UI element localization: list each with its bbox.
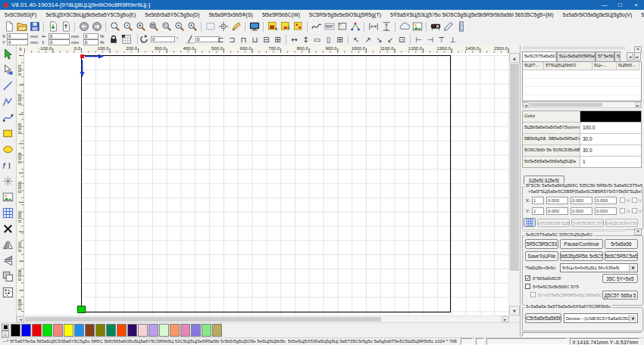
same-width-icon[interactable]: ▭ (311, 34, 323, 45)
x-count-input[interactable] (532, 197, 544, 204)
width-percent-input[interactable] (83, 33, 98, 39)
device-select[interactable]: Device---(USB:5C5Y5a5a5O5C▼ (564, 313, 638, 323)
redo-button[interactable] (90, 20, 103, 33)
palette-swatch[interactable] (95, 324, 105, 337)
align-center-v-icon[interactable]: ⊞ (272, 34, 283, 45)
new-file-button[interactable] (2, 20, 15, 33)
array-tool-button[interactable] (2, 207, 14, 219)
x-mirror-h-checkbox[interactable] (620, 197, 625, 203)
ruler-tool-button[interactable] (455, 20, 467, 33)
menu-edit[interactable]: 5e5Ц|5X5C5bЦg5b5e5a5Y5C5g5o(E) (41, 12, 140, 17)
undo-button[interactable] (77, 20, 90, 33)
align-edge-right-icon[interactable]: ⊣ (424, 34, 436, 45)
x-position-input[interactable] (7, 33, 28, 39)
rectangle-tool-button[interactable] (2, 127, 14, 140)
cut-scale-button[interactable]: Д5C5Т 565a 5 (602, 291, 638, 300)
lock-ratio-icon[interactable] (108, 34, 119, 45)
width-input[interactable] (48, 33, 70, 39)
node-check-button[interactable] (349, 20, 361, 33)
scroll-down-icon[interactable]: ▼ (509, 306, 520, 315)
height-percent-input[interactable] (83, 39, 98, 45)
tab-output[interactable]: 5Ц+5a5a5X5R5a5bl (557, 51, 596, 61)
layer-table-row[interactable] (523, 70, 641, 79)
menu-tool[interactable]: 5C5R5r5g5e5e5lO5Ц|5R5g(T) (305, 12, 386, 17)
property-value[interactable]: 30.0 (580, 145, 641, 156)
mirror-v-tool-button[interactable] (2, 238, 14, 251)
open-folder-button[interactable] (15, 20, 28, 33)
x-offset-input-3[interactable] (595, 197, 617, 204)
rotate-angle-input[interactable] (151, 36, 175, 42)
menu-file[interactable]: 5x5C5bl53(F) (0, 12, 41, 17)
array-mode-button[interactable] (524, 218, 536, 227)
space-equal-v-icon[interactable]: ↕ (300, 34, 311, 45)
tab-work[interactable]: 5e5C5T5a5a5C (522, 51, 557, 61)
height-input[interactable] (48, 39, 70, 45)
panel-grip[interactable] (523, 47, 625, 48)
output-selected-checkbox[interactable] (525, 284, 530, 289)
align-corner-tr-icon[interactable]: ↗ (362, 34, 374, 45)
laser-pen-button[interactable] (442, 20, 455, 33)
tab-scroll-right-icon[interactable]: ► (634, 52, 641, 61)
property-value[interactable]: 1 (580, 157, 641, 167)
position-select[interactable]: 5r5Ц+5e5н5Ц5Ц 56+535a5|▼ (560, 263, 638, 272)
layer-table-row[interactable] (523, 87, 641, 95)
palette-swatch[interactable] (42, 324, 52, 337)
laser-head-marker[interactable] (77, 306, 86, 313)
select-tool-button[interactable] (2, 48, 14, 61)
y-offset-input-3[interactable] (595, 207, 617, 215)
align-center-icon[interactable]: ⊡ (396, 34, 408, 45)
layer-table-scrollbar[interactable]: ◄ ► (522, 101, 642, 108)
text-tool-button[interactable]: fI (2, 159, 14, 172)
node-edit-tool-button[interactable] (2, 64, 14, 76)
save-to-ufile-button[interactable]: SaveToUFile (525, 251, 558, 261)
table-scroll-right-icon[interactable]: ► (635, 102, 641, 107)
palette-swatch[interactable] (202, 324, 211, 337)
scroll-left-icon[interactable]: ◄ (17, 316, 24, 322)
download-button[interactable]: 5b5C5R5C5a5 (605, 251, 638, 261)
polyline-tool-button[interactable] (2, 95, 14, 108)
laser-panel-grip[interactable] (523, 229, 625, 230)
transform-mini-button-1[interactable]: 5r35C5r5C5r5 5Ц5B (537, 219, 570, 227)
menu-model[interactable]: 5®5a5X5Ц|53Ц|5?5o 5lO5C5g5Ц|5e5b5R5r5b5a… (386, 12, 558, 17)
palette-swatch[interactable] (11, 324, 20, 337)
layer-table-row[interactable] (523, 79, 641, 87)
title-bar[interactable]: V8.01.40-190314-[9?8Ц|8ЦЦ|9н9lO9c8R9R9rr… (0, 0, 644, 10)
tab-user[interactable]: 5± (614, 51, 621, 61)
zoom-out-button[interactable] (121, 20, 134, 33)
marquee-select-button[interactable] (204, 20, 217, 33)
align-center-h-icon[interactable]: ⊟ (261, 34, 272, 45)
property-value[interactable]: 30.0 (580, 134, 641, 145)
layer-table[interactable]: 5Ц5?...5Т5Ц|5Ц|5b5O5Ц+...5Ц5b5... (522, 61, 642, 101)
y-mirror-v-checkbox[interactable] (632, 208, 637, 213)
align-bottom-icon[interactable]: ⊔ (249, 34, 261, 45)
cloud-mark-button[interactable] (398, 20, 411, 33)
transform-mini-button-3[interactable]: 5+5Ц5C5r35+5 5±| (605, 219, 638, 227)
save-file-button[interactable] (28, 20, 41, 33)
same-size-icon[interactable]: ⊞ (334, 34, 345, 45)
maximize-button[interactable]: □ (612, 0, 628, 10)
palette-swatch[interactable] (159, 324, 169, 337)
horizontal-scroll-thumb[interactable] (25, 317, 381, 322)
x-offset-input-1[interactable] (546, 197, 568, 204)
photo-tool-button[interactable] (411, 20, 424, 33)
menu-view[interactable]: 5±5a5r5lO5a5g5e5Ц|5g5o(V) (558, 12, 637, 17)
palette-swatch[interactable] (191, 324, 201, 337)
position-select-arrow-icon[interactable]: ▼ (629, 265, 636, 271)
output-download-button[interactable] (279, 20, 292, 33)
layer-table-row[interactable] (523, 95, 641, 101)
tab-doc[interactable]: 5Г'5e5b (596, 51, 614, 61)
menu-draw[interactable]: 5e5b5r5a5Y5C5g5o(D) (140, 12, 204, 17)
measure-width-button[interactable] (367, 20, 380, 33)
mirror-h-tool-button[interactable] (2, 254, 14, 267)
zoom-window-button[interactable] (147, 20, 160, 33)
align-corner-bl-icon[interactable]: ↙ (385, 34, 396, 45)
layer-color-swatch[interactable] (580, 111, 641, 122)
menu-help[interactable]: 5±5a5lO5a945b5gЦ(H) (636, 12, 644, 17)
palette-swatch[interactable] (85, 324, 95, 337)
menu-config[interactable]: 5b5a5R5x5b5Ф(S) (205, 12, 258, 17)
align-edge-top-icon[interactable]: ⊤ (436, 34, 447, 45)
closure-check-button[interactable] (336, 20, 349, 33)
table-scroll-thumb[interactable] (530, 103, 602, 107)
palette-swatch[interactable] (64, 324, 73, 337)
menu-window[interactable]: 5l5e5R5b5C(W) (258, 12, 305, 17)
